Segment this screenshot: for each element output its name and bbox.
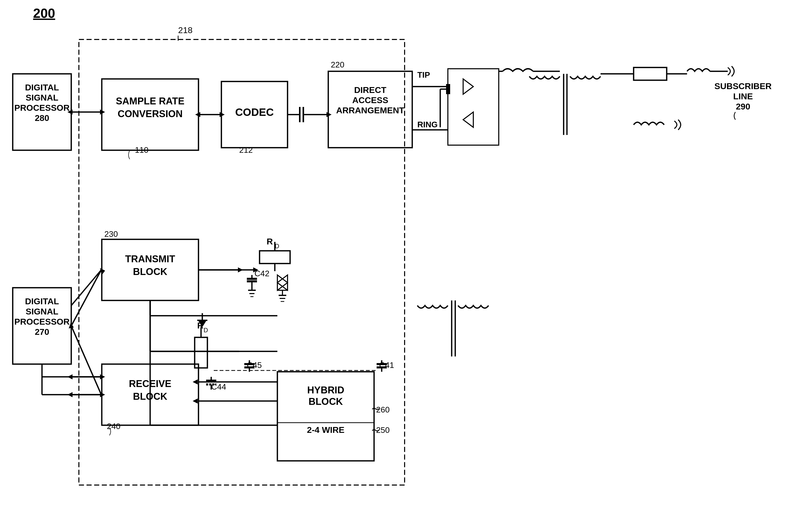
- diode2: [463, 112, 473, 127]
- ref-218-label: 218: [178, 25, 193, 35]
- transmit-label-1: TRANSMIT: [125, 253, 175, 264]
- daa-label-1: DIRECT: [354, 85, 387, 95]
- dsp270-transmit-diag: [71, 270, 101, 326]
- resistor-upper: [259, 251, 290, 263]
- hybrid-label-1: HYBRID: [307, 385, 344, 395]
- codec-ref: 212: [239, 145, 253, 154]
- resistor-lower: [194, 337, 207, 368]
- arrow-receive2: [100, 374, 105, 379]
- dsp270-label-2: SIGNAL: [26, 307, 58, 316]
- src-ref: 110: [135, 145, 148, 154]
- dsp280-label-3: PROCESSOR: [14, 103, 69, 113]
- subscriber-label-1: SUBSCRIBER: [714, 81, 772, 91]
- arrow-tx-right: [238, 267, 243, 273]
- inductor-top: [503, 69, 533, 71]
- arrow-receive1: [100, 392, 105, 397]
- transformer-primary: [529, 76, 560, 79]
- ref250-tick: 〜: [372, 426, 380, 435]
- transformer2-primary: [417, 306, 448, 308]
- diagram-container: 200 218 DIGITAL SIGNAL PROCESSOR 280 DIG…: [0, 0, 812, 524]
- inductor-subscriber: [687, 69, 710, 71]
- diagram-title: 200: [33, 6, 55, 21]
- subscriber-label-2: LINE: [733, 92, 753, 101]
- arrow-daa: [326, 112, 332, 117]
- sub-line-end-lower1: [674, 121, 677, 129]
- transmit-ref: 230: [104, 229, 118, 239]
- src-label-1: SAMPLE RATE: [116, 96, 185, 107]
- ref260-tick: 〜: [372, 405, 380, 414]
- daa-label-3: ARRANGEMENT: [336, 105, 404, 115]
- dsp280-label-4: 280: [35, 113, 49, 123]
- transmit-label-2: BLOCK: [133, 266, 167, 277]
- arrow-rx-2: [193, 398, 198, 404]
- dsp270-label-1: DIGITAL: [25, 296, 59, 306]
- receive-ref: 240: [107, 422, 120, 431]
- c42-label: C42: [254, 269, 270, 278]
- dsp270-receive-line: [71, 326, 101, 395]
- dsp270-tx-line: [71, 270, 101, 306]
- rd-label-upper: R: [267, 236, 273, 246]
- hybrid-24wire: 2-4 WIRE: [307, 425, 344, 435]
- transformer-secondary: [570, 76, 600, 79]
- transformer2-secondary: [458, 306, 489, 308]
- dsp270-label-3: PROCESSOR: [14, 317, 69, 326]
- hybrid-label-2: BLOCK: [308, 396, 343, 407]
- sub-line-end2: [732, 66, 734, 76]
- rd-sub-upper: D: [275, 243, 279, 249]
- tip-label: TIP: [417, 70, 430, 79]
- dsp270-label-4: 270: [35, 327, 49, 337]
- sub-line-end-lower2: [678, 120, 681, 130]
- codec-label: CODEC: [235, 106, 274, 118]
- diode-mid2: [277, 275, 288, 290]
- subscriber-ref: 290: [736, 102, 750, 111]
- resistor-sub-top: [633, 67, 667, 80]
- dsp280-label-1: DIGITAL: [25, 82, 59, 92]
- diode1: [463, 79, 473, 94]
- arrow-right-src: [100, 110, 105, 115]
- src-label-2: CONVERSION: [118, 109, 183, 119]
- ring-label: RING: [417, 120, 438, 129]
- arrow-left-src: [195, 112, 200, 117]
- inductor-lower: [633, 122, 664, 125]
- diode-mid1: [277, 275, 288, 290]
- daa-ref: 220: [331, 60, 344, 69]
- dsp280-label-2: SIGNAL: [26, 93, 58, 102]
- diode-bridge-rect: [448, 69, 499, 145]
- rd-sub-lower: D: [204, 327, 208, 333]
- arrow-rx-1: [193, 379, 198, 384]
- sub-line-end1: [728, 67, 730, 75]
- daa-label-2: ACCESS: [352, 95, 388, 105]
- arrow-right-codec: [220, 112, 225, 117]
